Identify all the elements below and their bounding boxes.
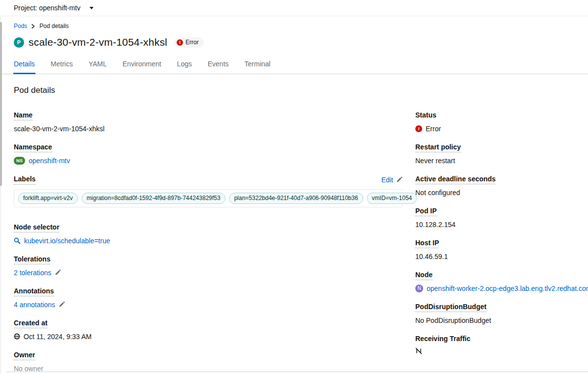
tab-yaml[interactable]: YAML <box>88 57 107 74</box>
tab-environment[interactable]: Environment <box>122 57 162 74</box>
label-chip[interactable]: vmID=vm-1054 <box>367 193 417 204</box>
restart-policy-label: Restart policy <box>415 143 461 152</box>
details-right-column: Status ! Error Restart policy Never rest… <box>415 111 588 374</box>
field-active-deadline: Active deadline seconds Not configured <box>415 174 588 198</box>
details-section: Pod details Name scale-30-vm-2-vm-1054-x… <box>0 74 588 374</box>
tolerations-label: Tolerations <box>14 255 50 264</box>
node-selector-label: Node selector <box>14 223 60 232</box>
host-ip-value: 10.46.59.1 <box>415 252 588 261</box>
project-selector-label: Project: openshift-mtv <box>14 4 80 12</box>
project-selector[interactable]: Project: openshift-mtv <box>14 4 93 12</box>
node-selector-link[interactable]: kubevirt.io/schedulable=true <box>24 236 110 246</box>
labels-group: forklift.app=virt-v2v migration=8cdfad0f… <box>14 189 402 207</box>
node-resource-icon: N <box>415 285 423 292</box>
namespace-resource-icon: NS <box>14 157 25 164</box>
field-namespace: Namespace NS openshift-mtv <box>14 143 402 166</box>
error-icon: ! <box>177 39 183 46</box>
caret-down-icon <box>90 7 93 9</box>
search-icon <box>14 237 21 244</box>
status-badge: ! Error <box>174 37 204 48</box>
title-row: P scale-30-vm-2-vm-1054-xhksl ! Error <box>14 36 574 48</box>
name-label: Name <box>14 111 32 120</box>
breadcrumb-pods-link[interactable]: Pods <box>14 23 27 29</box>
tolerations-link[interactable]: 2 tolerations <box>14 268 51 278</box>
top-bar: Project: openshift-mtv <box>0 0 588 16</box>
vertical-scrollbar[interactable] <box>0 22 2 186</box>
field-annotations: Annotations 4 annotations <box>14 287 402 310</box>
section-title: Pod details <box>14 86 574 95</box>
field-node-selector: Node selector kubevirt.io/schedulable=tr… <box>14 223 402 246</box>
tab-metrics[interactable]: Metrics <box>50 57 73 74</box>
namespace-label: Namespace <box>14 143 52 152</box>
field-name: Name scale-30-vm-2-vm-1054-xhksl <box>14 111 402 134</box>
created-at-label: Created at <box>14 319 47 328</box>
status-badge-label: Error <box>186 39 199 46</box>
field-pod-ip: Pod IP 10.128.2.154 <box>415 206 588 230</box>
field-node: Node N openshift-worker-2.ocp-edge3.lab.… <box>415 270 588 293</box>
restart-policy-value: Never restart <box>415 156 588 166</box>
status-value: Error <box>426 124 441 134</box>
receiving-traffic-label: Receiving Traffic <box>415 335 470 343</box>
labels-edit-button[interactable]: Edit <box>381 175 393 184</box>
field-host-ip: Host IP 10.46.59.1 <box>415 238 588 261</box>
field-created-at: Created at Oct 11, 2024, 9:33 AM <box>14 318 402 342</box>
section-divider <box>6 372 588 372</box>
tab-events[interactable]: Events <box>207 57 229 74</box>
field-status: Status ! Error <box>415 111 588 134</box>
active-deadline-value: Not configured <box>415 188 588 198</box>
chevron-right-icon <box>31 24 35 29</box>
breadcrumb: Pods Pod details <box>14 23 574 29</box>
pod-ip-label: Pod IP <box>415 207 437 216</box>
status-label: Status <box>415 111 436 119</box>
pod-resource-icon: P <box>14 37 24 48</box>
tab-bar: Details Metrics YAML Environment Logs Ev… <box>0 57 588 74</box>
host-ip-label: Host IP <box>415 239 439 248</box>
pod-ip-value: 10.128.2.154 <box>415 220 588 230</box>
details-left-column: Name scale-30-vm-2-vm-1054-xhksl Namespa… <box>14 111 402 374</box>
field-pdb: PodDisruptionBudget No PodDisruptionBudg… <box>415 302 588 325</box>
breadcrumb-current: Pod details <box>39 23 68 29</box>
tab-details[interactable]: Details <box>13 57 35 74</box>
namespace-link[interactable]: openshift-mtv <box>29 156 70 166</box>
pdb-value: No PodDisruptionBudget <box>415 316 588 325</box>
globe-icon <box>14 333 20 340</box>
page-header: Pods Pod details P scale-30-vm-2-vm-1054… <box>0 16 588 48</box>
node-link[interactable]: openshift-worker-2.ocp-edge3.lab.eng.tlv… <box>427 284 588 293</box>
labels-label: Labels <box>14 174 35 185</box>
pencil-icon[interactable] <box>59 301 65 308</box>
page-title: scale-30-vm-2-vm-1054-xhksl <box>29 36 167 48</box>
owner-label: Owner <box>14 351 35 360</box>
field-labels: Labels Edit forklift.app=virt-v2v migrat… <box>14 174 402 207</box>
field-receiving-traffic: Receiving Traffic <box>415 334 588 354</box>
field-owner: Owner No owner <box>14 350 402 374</box>
pencil-icon[interactable] <box>55 269 61 276</box>
tab-terminal[interactable]: Terminal <box>244 57 271 74</box>
annotations-link[interactable]: 4 annotations <box>14 300 55 310</box>
node-label: Node <box>415 271 433 280</box>
annotations-label: Annotations <box>14 287 54 296</box>
name-value: scale-30-vm-2-vm-1054-xhksl <box>14 124 402 134</box>
signal-slash-icon <box>415 347 422 354</box>
field-restart-policy: Restart policy Never restart <box>415 143 588 166</box>
pdb-label: PodDisruptionBudget <box>415 303 487 312</box>
error-status-icon: ! <box>415 125 422 132</box>
label-chip[interactable]: plan=5322bd4e-921f-40d7-a906-90948f110b3… <box>229 193 363 204</box>
tab-logs[interactable]: Logs <box>177 57 192 74</box>
pencil-icon[interactable] <box>396 176 402 183</box>
active-deadline-label: Active deadline seconds <box>415 175 495 184</box>
created-at-value: Oct 11, 2024, 9:33 AM <box>24 332 92 342</box>
label-chip[interactable]: migration=8cdfad0f-1592-4f9d-897b-744243… <box>82 193 225 204</box>
field-tolerations: Tolerations 2 tolerations <box>14 255 402 278</box>
label-chip[interactable]: forklift.app=virt-v2v <box>18 193 78 204</box>
